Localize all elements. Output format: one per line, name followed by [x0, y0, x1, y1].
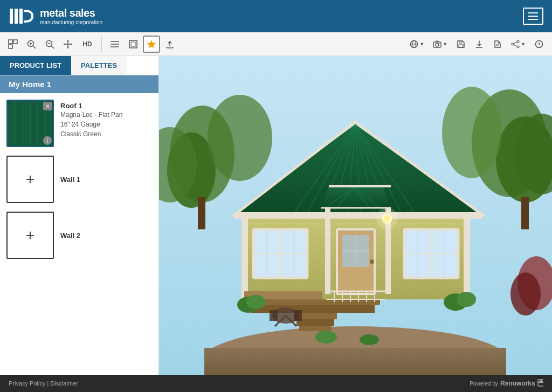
svg-rect-101	[325, 208, 330, 294]
layers-icon	[8, 39, 18, 49]
toolbar-divider-1	[101, 37, 102, 52]
pan-tool[interactable]	[59, 36, 77, 53]
roof1-name: Roof 1	[60, 102, 152, 110]
download-icon	[475, 40, 484, 48]
sidebar: PRODUCT LIST PALETTES My Home 1	[0, 56, 159, 375]
wall1-add-btn[interactable]: +	[6, 156, 54, 203]
product-item-wall1: + Wall 1	[6, 156, 152, 203]
share-tool[interactable]: ▼	[507, 36, 529, 53]
roof1-size: 16" 24 Gauge	[60, 120, 152, 129]
svg-rect-103	[242, 212, 248, 301]
product-list-tab[interactable]: PRODUCT LIST	[0, 56, 71, 75]
svg-point-36	[512, 43, 514, 45]
svg-line-12	[51, 46, 54, 48]
powered-by-label: Powered by	[470, 381, 498, 387]
svg-rect-60	[204, 348, 506, 375]
svg-rect-23	[131, 42, 135, 46]
svg-rect-5	[9, 45, 12, 48]
logo-text-area: metal sales manufacturing corporation	[40, 7, 102, 25]
pan-icon	[63, 39, 73, 49]
svg-rect-2	[19, 9, 23, 24]
wall2-add-btn[interactable]: +	[6, 212, 54, 259]
roof1-info-btn[interactable]: i	[43, 136, 52, 145]
help-tool[interactable]: ?	[530, 36, 548, 53]
svg-rect-62	[251, 305, 375, 313]
svg-rect-93	[234, 212, 482, 219]
svg-marker-154	[538, 380, 543, 383]
logo-main: metal sales	[40, 7, 102, 19]
footer-brand: Powered by Renoworks	[470, 378, 543, 389]
frame-tool[interactable]	[125, 36, 142, 53]
list-tool[interactable]	[106, 36, 123, 53]
document-tool[interactable]	[489, 36, 506, 53]
save-tool[interactable]	[452, 36, 470, 53]
svg-rect-104	[464, 212, 470, 301]
logo-area: metal sales manufacturing corporation	[9, 6, 102, 26]
roof1-product-line: Magna-Loc - Flat Pan	[60, 110, 152, 120]
svg-point-147	[457, 292, 476, 307]
hd-tool[interactable]: HD	[78, 36, 97, 53]
svg-point-151	[510, 272, 541, 316]
svg-point-35	[517, 40, 519, 43]
app-header: metal sales manufacturing corporation	[0, 0, 552, 32]
zoom-in-tool[interactable]	[23, 36, 40, 53]
wall2-label: Wall 2	[60, 232, 80, 240]
svg-rect-22	[129, 40, 137, 48]
svg-rect-64	[296, 319, 334, 326]
upload-icon	[165, 39, 175, 49]
product-item-wall2: + Wall 2	[6, 212, 152, 259]
frame-icon	[128, 39, 138, 49]
svg-rect-142	[270, 310, 278, 321]
camera-caret: ▼	[443, 41, 447, 47]
camera-tool[interactable]: ▼	[429, 36, 451, 53]
svg-marker-24	[147, 40, 156, 48]
product-item-roof1: ✕ i Roof 1 Magna-Loc - Flat Pan 16" 24 G…	[6, 100, 152, 147]
share-caret: ▼	[521, 41, 526, 47]
svg-rect-1	[15, 9, 18, 24]
upload-tool[interactable]	[161, 36, 178, 53]
star-tool[interactable]	[143, 36, 160, 53]
project-name: My Home 1	[0, 75, 158, 93]
content-area[interactable]	[159, 56, 552, 375]
zoom-in-icon	[26, 39, 36, 49]
palettes-tab[interactable]: PALETTES	[71, 56, 127, 75]
globe-tool[interactable]: ▼	[406, 36, 428, 53]
menu-button[interactable]	[523, 8, 543, 25]
privacy-policy-link[interactable]: Privacy Policy	[9, 380, 45, 387]
svg-marker-16	[67, 47, 69, 48]
sidebar-tabs: PRODUCT LIST PALETTES	[0, 56, 158, 75]
svg-rect-3	[9, 40, 12, 44]
list-icon	[110, 40, 120, 48]
sidebar-content: ✕ i Roof 1 Magna-Loc - Flat Pan 16" 24 G…	[0, 93, 158, 375]
zoom-out-tool[interactable]	[41, 36, 58, 53]
roof1-info: Roof 1 Magna-Loc - Flat Pan 16" 24 Gauge…	[60, 100, 152, 139]
download-tool[interactable]	[471, 36, 488, 53]
disclaimer-link[interactable]: Disclaimer	[50, 380, 78, 387]
svg-rect-51	[198, 197, 205, 229]
toolbar: HD ▼	[0, 32, 552, 56]
svg-point-149	[360, 334, 379, 345]
svg-point-37	[517, 46, 519, 48]
camera-icon	[433, 40, 441, 48]
svg-marker-15	[67, 40, 69, 41]
svg-point-29	[436, 43, 439, 46]
logo-icon	[9, 6, 36, 26]
wall1-label: Wall 1	[60, 176, 80, 184]
svg-line-38	[514, 42, 517, 44]
svg-point-145	[246, 295, 266, 309]
svg-marker-17	[64, 43, 65, 45]
star-icon	[147, 39, 156, 49]
zoom-out-icon	[45, 39, 54, 49]
wall2-add-icon: +	[26, 228, 34, 243]
hd-label: HD	[82, 40, 92, 48]
svg-rect-143	[294, 310, 302, 321]
toolbar-right: ▼ ▼	[406, 36, 548, 53]
globe-caret: ▼	[419, 41, 424, 47]
svg-rect-4	[13, 40, 17, 44]
document-icon	[493, 40, 502, 48]
roof1-close-btn[interactable]: ✕	[43, 102, 52, 110]
svg-rect-65	[299, 326, 332, 331]
roof1-thumbnail[interactable]: ✕ i	[6, 100, 54, 147]
svg-text:?: ?	[537, 42, 541, 47]
layers-tool[interactable]	[4, 36, 22, 53]
